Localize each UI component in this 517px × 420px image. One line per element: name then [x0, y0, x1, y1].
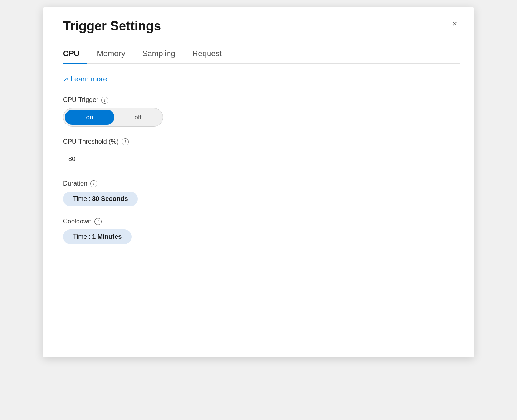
cooldown-time-prefix: Time :	[73, 233, 91, 241]
cpu-threshold-label: CPU Threshold (%)	[63, 138, 119, 145]
duration-time-value: 30 Seconds	[92, 195, 128, 203]
cpu-threshold-label-row: CPU Threshold (%) i	[63, 138, 460, 145]
tabs-container: CPU Memory Sampling Request	[63, 45, 460, 64]
tab-cpu[interactable]: CPU	[63, 45, 87, 64]
cpu-trigger-info-icon[interactable]: i	[101, 97, 108, 104]
learn-more-label: Learn more	[70, 75, 107, 83]
cooldown-section: Cooldown i Time : 1 Minutes	[63, 218, 460, 244]
duration-info-icon[interactable]: i	[90, 180, 97, 187]
cpu-trigger-section: CPU Trigger i on off	[63, 96, 460, 127]
toggle-on-option[interactable]: on	[65, 110, 114, 125]
tab-sampling[interactable]: Sampling	[142, 45, 182, 64]
tab-memory[interactable]: Memory	[97, 45, 132, 64]
tab-request[interactable]: Request	[192, 45, 229, 64]
cpu-threshold-info-icon[interactable]: i	[122, 138, 129, 145]
cpu-trigger-toggle[interactable]: on off	[63, 108, 163, 127]
cpu-trigger-label-row: CPU Trigger i	[63, 96, 460, 104]
duration-section: Duration i Time : 30 Seconds	[63, 180, 460, 206]
learn-more-section: ↗ Learn more	[63, 75, 460, 83]
toggle-off-option[interactable]: off	[114, 110, 161, 125]
duration-label: Duration	[63, 180, 87, 187]
cpu-trigger-label: CPU Trigger	[63, 96, 98, 104]
dialog-title: Trigger Settings	[63, 19, 161, 34]
duration-time-pill[interactable]: Time : 30 Seconds	[63, 192, 138, 206]
cooldown-time-pill[interactable]: Time : 1 Minutes	[63, 229, 132, 244]
external-link-icon: ↗	[63, 75, 68, 83]
duration-label-row: Duration i	[63, 180, 460, 187]
cooldown-time-value: 1 Minutes	[92, 233, 122, 241]
dialog-header: Trigger Settings ×	[63, 19, 460, 34]
duration-time-prefix: Time :	[73, 195, 91, 203]
trigger-settings-dialog: Trigger Settings × CPU Memory Sampling R…	[43, 7, 474, 357]
learn-more-link[interactable]: ↗ Learn more	[63, 75, 107, 83]
cooldown-label-row: Cooldown i	[63, 218, 460, 225]
cooldown-info-icon[interactable]: i	[94, 218, 102, 225]
cooldown-label: Cooldown	[63, 218, 92, 225]
cpu-threshold-input[interactable]	[63, 150, 195, 168]
cpu-threshold-section: CPU Threshold (%) i	[63, 138, 460, 168]
close-button[interactable]: ×	[449, 19, 460, 29]
